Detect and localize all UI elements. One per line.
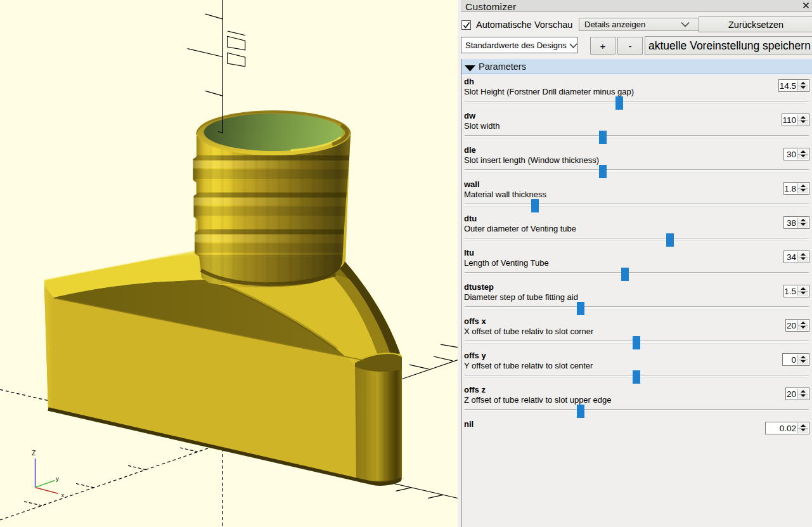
svg-text:y: y — [56, 475, 59, 482]
svg-text:Z: Z — [32, 449, 36, 457]
svg-text:x: x — [61, 491, 65, 498]
